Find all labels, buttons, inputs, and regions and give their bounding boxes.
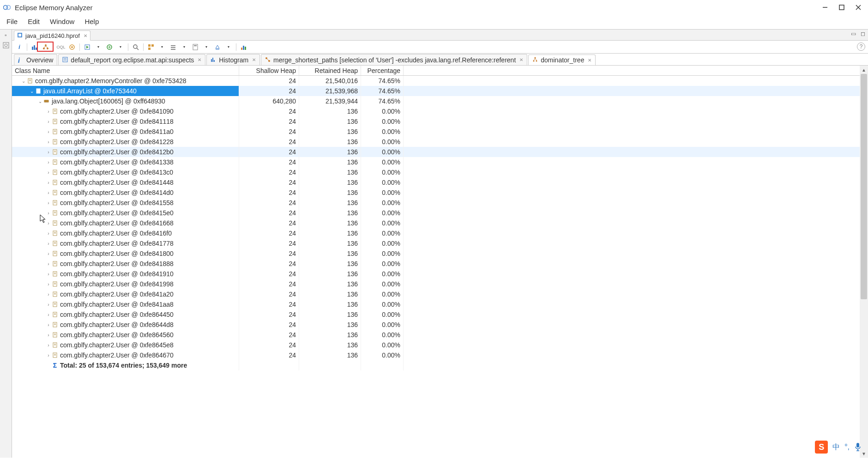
- table-row[interactable]: ›com.gblfy.chapter2.User @ 0xfe8644d8241…: [12, 320, 868, 330]
- close-icon[interactable]: ✕: [519, 57, 523, 62]
- tree-expand-icon[interactable]: ›: [45, 150, 52, 155]
- ime-punct-indicator[interactable]: °,: [844, 443, 850, 451]
- tree-expand-icon[interactable]: ›: [45, 231, 52, 236]
- tab-default-report[interactable]: default_report org.eclipse.mat.api:suspe…: [58, 54, 205, 65]
- table-row[interactable]: ›com.gblfy.chapter2.User @ 0xfe841668241…: [12, 218, 868, 228]
- sogou-ime-icon[interactable]: S: [815, 441, 828, 454]
- table-row[interactable]: ›com.gblfy.chapter2.User @ 0xfe864450241…: [12, 309, 868, 320]
- tree-expand-icon[interactable]: ›: [45, 139, 52, 145]
- oql-icon[interactable]: OQL: [56, 42, 66, 52]
- tab-histogram[interactable]: Histogram ✕: [206, 54, 260, 65]
- close-button[interactable]: [855, 4, 862, 11]
- table-row[interactable]: ›com.gblfy.chapter2.User @ 0xfe8645e8241…: [12, 340, 868, 350]
- tree-expand-icon[interactable]: ⌄: [37, 99, 43, 104]
- calculator-icon[interactable]: [191, 42, 200, 52]
- histogram-icon[interactable]: [30, 42, 39, 52]
- table-row[interactable]: ›com.gblfy.chapter2.User @ 0xfe841a20241…: [12, 289, 868, 299]
- maximize-view-icon[interactable]: ◻: [861, 30, 865, 37]
- table-row[interactable]: ›com.gblfy.chapter2.User @ 0xfe841558241…: [12, 198, 868, 208]
- col-percentage[interactable]: Percentage: [361, 66, 404, 75]
- col-shallow-heap[interactable]: Shallow Heap: [239, 66, 299, 75]
- table-row[interactable]: ›com.gblfy.chapter2.User @ 0xfe8413c0241…: [12, 167, 868, 177]
- tree-expand-icon[interactable]: ›: [45, 170, 52, 175]
- tree-expand-icon[interactable]: ›: [45, 302, 52, 307]
- table-row[interactable]: ›com.gblfy.chapter2.User @ 0xfe8412b0241…: [12, 147, 868, 157]
- close-icon[interactable]: ✕: [252, 57, 256, 62]
- menu-file[interactable]: File: [2, 17, 22, 26]
- tree-expand-icon[interactable]: ›: [45, 353, 52, 358]
- dominator-tree-icon[interactable]: [41, 42, 50, 52]
- col-retained-heap[interactable]: Retained Heap: [299, 66, 361, 75]
- table-row[interactable]: ›com.gblfy.chapter2.User @ 0xfe841aa8241…: [12, 299, 868, 309]
- tree-expand-icon[interactable]: ⌄: [20, 79, 27, 84]
- table-summary-row[interactable]: ›ΣTotal: 25 of 153,674 entries; 153,649 …: [12, 360, 868, 370]
- menu-edit[interactable]: Edit: [23, 17, 44, 26]
- tree-expand-icon[interactable]: ›: [45, 129, 52, 134]
- table-row[interactable]: ›com.gblfy.chapter2.User @ 0xfe8415e0241…: [12, 208, 868, 218]
- table-row[interactable]: ›com.gblfy.chapter2.User @ 0xfe841090241…: [12, 106, 868, 116]
- ime-mic-icon[interactable]: [854, 442, 862, 452]
- col-class-name[interactable]: Class Name: [12, 66, 239, 75]
- table-row[interactable]: ›com.gblfy.chapter2.User @ 0xfe841228241…: [12, 137, 868, 147]
- table-row[interactable]: ›com.gblfy.chapter2.User @ 0xfe841338241…: [12, 157, 868, 167]
- minimize-button[interactable]: [822, 4, 828, 11]
- close-icon[interactable]: ✕: [84, 33, 87, 38]
- dropdown-arrow-icon[interactable]: ▾: [157, 42, 167, 52]
- editor-tab[interactable]: java_pid16240.hprof ✕: [14, 30, 90, 41]
- table-row[interactable]: ›com.gblfy.chapter2.User @ 0xfe8411a0241…: [12, 127, 868, 137]
- expand-icon[interactable]: [146, 42, 156, 52]
- dropdown-arrow-icon[interactable]: ▾: [202, 42, 211, 52]
- tree-expand-icon[interactable]: ›: [45, 119, 52, 124]
- dropdown-arrow-icon[interactable]: ▾: [180, 42, 189, 52]
- tree-expand-icon[interactable]: ›: [45, 221, 52, 226]
- menu-help[interactable]: Help: [80, 17, 103, 26]
- close-icon[interactable]: ✕: [588, 58, 591, 63]
- vertical-scrollbar[interactable]: ▲ ▼: [860, 66, 868, 458]
- tree-expand-icon[interactable]: ›: [45, 109, 52, 114]
- find-icon[interactable]: [131, 42, 140, 52]
- tree-expand-icon[interactable]: ›: [45, 312, 52, 317]
- table-row[interactable]: ⌄java.lang.Object[160065] @ 0xff64893064…: [12, 96, 868, 106]
- tree-expand-icon[interactable]: ›: [45, 211, 52, 216]
- scroll-up-icon[interactable]: ▲: [860, 66, 868, 74]
- table-row[interactable]: ›com.gblfy.chapter2.User @ 0xfe8414d0241…: [12, 188, 868, 198]
- dropdown-arrow-icon[interactable]: ▾: [224, 42, 233, 52]
- menu-window[interactable]: Window: [45, 17, 79, 26]
- tree-expand-icon[interactable]: ›: [45, 322, 52, 327]
- table-row[interactable]: ›com.gblfy.chapter2.User @ 0xfe8416f0241…: [12, 228, 868, 238]
- tree-expand-icon[interactable]: ›: [45, 343, 52, 348]
- close-icon[interactable]: ✕: [198, 57, 201, 62]
- table-row[interactable]: ›com.gblfy.chapter2.User @ 0xfe841778241…: [12, 238, 868, 248]
- scroll-thumb[interactable]: [861, 74, 867, 299]
- info-icon[interactable]: i: [15, 42, 24, 52]
- tree-expand-icon[interactable]: ›: [45, 292, 52, 297]
- table-row[interactable]: ⌄java.util.ArrayList @ 0xfe7534402421,53…: [12, 86, 868, 96]
- table-row[interactable]: ›com.gblfy.chapter2.User @ 0xfe841888241…: [12, 259, 868, 269]
- table-row[interactable]: ›com.gblfy.chapter2.User @ 0xfe841118241…: [12, 116, 868, 127]
- export-icon[interactable]: [213, 42, 222, 52]
- table-row[interactable]: ›com.gblfy.chapter2.User @ 0xfe864670241…: [12, 350, 868, 360]
- table-row[interactable]: ›com.gblfy.chapter2.User @ 0xfe864560241…: [12, 330, 868, 340]
- table-row[interactable]: ›com.gblfy.chapter2.User @ 0xfe841800241…: [12, 248, 868, 259]
- minimize-view-icon[interactable]: ▭: [851, 30, 856, 37]
- table-row[interactable]: ›com.gblfy.chapter2.User @ 0xfe841448241…: [12, 177, 868, 188]
- tab-overview[interactable]: i Overview: [14, 54, 57, 65]
- tree-expand-icon[interactable]: ›: [45, 190, 52, 195]
- run-report-icon[interactable]: [83, 42, 92, 52]
- ime-lang-indicator[interactable]: 中: [832, 442, 840, 452]
- table-row[interactable]: ›com.gblfy.chapter2.User @ 0xfe841998241…: [12, 279, 868, 289]
- dropdown-arrow-icon[interactable]: ▾: [94, 42, 103, 52]
- tree-expand-icon[interactable]: ›: [45, 180, 52, 185]
- group-icon[interactable]: [169, 42, 178, 52]
- tree-expand-icon[interactable]: ›: [45, 160, 52, 165]
- inspector-icon[interactable]: [2, 42, 10, 49]
- tree-expand-icon[interactable]: ›: [45, 261, 52, 266]
- table-row[interactable]: ›com.gblfy.chapter2.User @ 0xfe841910241…: [12, 269, 868, 279]
- maximize-button[interactable]: [838, 4, 845, 11]
- tree-expand-icon[interactable]: ›: [45, 241, 52, 246]
- query-browser-icon[interactable]: [105, 42, 114, 52]
- help-icon[interactable]: ?: [857, 42, 865, 51]
- tree-expand-icon[interactable]: ⌄: [29, 89, 35, 94]
- tree-expand-icon[interactable]: ›: [45, 282, 52, 287]
- tree-expand-icon[interactable]: ›: [45, 272, 52, 277]
